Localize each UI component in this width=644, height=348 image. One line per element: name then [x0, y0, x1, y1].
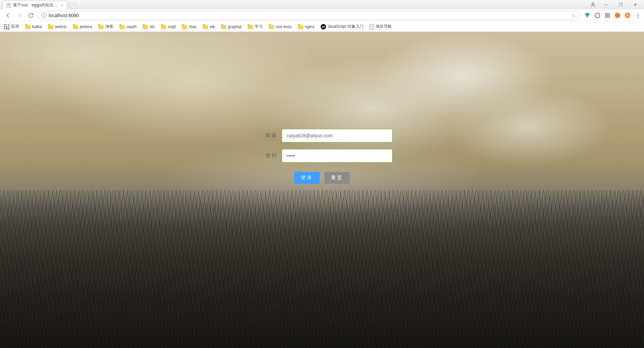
- email-input[interactable]: [282, 129, 392, 142]
- grid-extension-icon[interactable]: [604, 12, 610, 18]
- back-button[interactable]: [3, 11, 13, 20]
- bookmarks-bar: 应用 kafka webrtc jenkins 淘客 oauth els mqt…: [0, 21, 644, 31]
- form-actions: 登录 重置: [252, 172, 392, 184]
- bookmark-folder[interactable]: els: [143, 24, 155, 29]
- bookmark-folder[interactable]: graphql: [221, 24, 241, 29]
- window-controls: — ❐ ✕: [588, 1, 643, 9]
- apps-grid-icon: [4, 24, 9, 29]
- profile-icon[interactable]: [588, 1, 598, 9]
- required-indicator: *: [263, 153, 264, 158]
- bookmark-folder[interactable]: kafka: [25, 24, 42, 29]
- orange-extension-icon-1[interactable]: [614, 12, 621, 18]
- page-icon: [6, 3, 11, 8]
- apps-bookmark[interactable]: 应用: [4, 24, 19, 29]
- address-bar-row: i ☆: [0, 9, 644, 21]
- bookmark-folder[interactable]: unit tests: [269, 24, 292, 29]
- folder-icon: [203, 25, 208, 29]
- folder-icon: [182, 25, 187, 29]
- tab-bar: 基于vue、eggjs的前后… × — ❐ ✕: [0, 0, 644, 9]
- folder-icon: [161, 25, 166, 29]
- bookmark-folder[interactable]: 学习: [248, 24, 263, 29]
- bookmark-folder[interactable]: elk: [203, 24, 215, 29]
- browser-tab[interactable]: 基于vue、eggjs的前后… ×: [3, 1, 67, 9]
- document-icon: [370, 24, 374, 29]
- login-form: *邮箱 *密码 登录 重置: [252, 129, 392, 184]
- tab-title: 基于vue、eggjs的前后…: [13, 2, 57, 8]
- folder-icon: [119, 25, 125, 29]
- page-content: *邮箱 *密码 登录 重置: [0, 32, 644, 348]
- bookmark-folder[interactable]: rbac: [182, 24, 197, 29]
- bookmark-folder[interactable]: oauth: [119, 24, 137, 29]
- apps-label: 应用: [11, 24, 19, 29]
- site-info-icon[interactable]: i: [41, 13, 47, 18]
- orange-extension-icon-2[interactable]: [625, 12, 631, 18]
- email-label: *邮箱: [252, 133, 282, 139]
- vue-devtools-icon[interactable]: [584, 12, 590, 18]
- login-button[interactable]: 登录: [294, 172, 320, 184]
- background-overlay: [0, 32, 644, 348]
- folder-icon: [98, 25, 104, 29]
- folder-icon: [48, 25, 53, 29]
- folder-icon: [73, 25, 78, 29]
- bookmark-folder[interactable]: mqtt: [161, 24, 176, 29]
- password-input[interactable]: [282, 149, 392, 162]
- maximize-button[interactable]: ❐: [613, 1, 628, 9]
- address-bar[interactable]: i ☆: [38, 11, 580, 20]
- new-tab-button[interactable]: [68, 3, 78, 9]
- close-tab-icon[interactable]: ×: [61, 4, 64, 7]
- bookmark-link[interactable]: 项目导航: [370, 24, 392, 29]
- folder-icon: [143, 25, 148, 29]
- reload-button[interactable]: [26, 11, 36, 20]
- required-indicator: *: [263, 133, 264, 138]
- bookmark-star-icon[interactable]: ☆: [571, 12, 576, 19]
- password-row: *密码: [252, 149, 392, 162]
- bookmark-folder[interactable]: 淘客: [98, 24, 113, 29]
- email-row: *邮箱: [252, 129, 392, 142]
- minimize-button[interactable]: —: [598, 1, 613, 9]
- bookmark-folder[interactable]: jenkins: [73, 24, 92, 29]
- opera-extension-icon[interactable]: [594, 12, 600, 18]
- browser-menu-button[interactable]: [635, 12, 641, 18]
- folder-icon: [248, 25, 253, 29]
- password-label: *密码: [252, 153, 282, 159]
- folder-icon: [221, 25, 226, 29]
- bookmark-folder[interactable]: webrtc: [48, 24, 67, 29]
- folder-icon: [25, 25, 31, 29]
- folder-icon: [298, 25, 303, 29]
- extension-icons: [582, 12, 641, 18]
- js-icon: JS: [321, 24, 326, 29]
- folder-icon: [269, 25, 274, 29]
- bookmark-folder[interactable]: nginx: [298, 24, 315, 29]
- svg-point-0: [592, 3, 594, 5]
- browser-chrome: 基于vue、eggjs的前后… × — ❐ ✕ i ☆: [0, 0, 644, 32]
- url-input[interactable]: [49, 13, 569, 18]
- bookmark-link[interactable]: JSJavaScript 对象入门: [321, 24, 364, 29]
- close-window-button[interactable]: ✕: [628, 1, 643, 9]
- reset-button[interactable]: 重置: [324, 172, 350, 184]
- forward-button[interactable]: [15, 11, 24, 20]
